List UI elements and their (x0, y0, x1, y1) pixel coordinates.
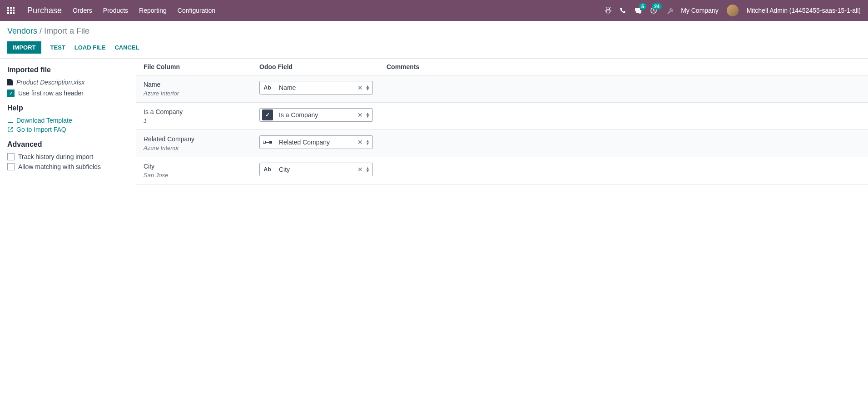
content-area: File Column Odoo Field Comments Name Azu… (136, 59, 868, 377)
select-controls: ✕ ▲▼ (355, 136, 372, 149)
spinner-icon[interactable]: ▲▼ (366, 139, 370, 145)
clear-icon[interactable]: ✕ (357, 111, 363, 119)
nav-products[interactable]: Products (103, 7, 128, 14)
download-template-label: Download Template (16, 117, 72, 124)
test-button[interactable]: TEST (50, 44, 65, 51)
field-cell: Ab City ✕ ▲▼ (259, 163, 387, 176)
user-avatar[interactable] (727, 5, 739, 16)
use-header-checkbox[interactable]: ✓ (7, 90, 15, 97)
column-preview: Azure Interior (144, 144, 259, 151)
field-value: Is a Company (275, 109, 355, 121)
download-icon (7, 117, 14, 124)
nav-configuration[interactable]: Configuration (178, 7, 215, 14)
use-header-label: Use first row as header (18, 90, 84, 97)
import-faq-label: Go to Import FAQ (16, 126, 66, 133)
main-area: Imported file Product Description.xlsx ✓… (0, 59, 868, 377)
breadcrumb-current: Import a File (44, 26, 89, 35)
file-column-cell: Related Company Azure Interior (144, 135, 259, 151)
track-history-label: Track history during import (18, 153, 93, 160)
breadcrumb-parent[interactable]: Vendors (7, 26, 37, 35)
table-row: Related Company Azure Interior Related C… (136, 130, 868, 157)
imported-file-title: Imported file (7, 66, 129, 74)
bool-type-wrap: ✓ (260, 109, 275, 121)
use-header-row[interactable]: ✓ Use first row as header (7, 90, 129, 97)
tools-icon[interactable] (665, 7, 673, 14)
nav-orders[interactable]: Orders (73, 7, 92, 14)
field-value: Name (275, 81, 355, 94)
apps-icon[interactable] (7, 7, 15, 14)
header-comments: Comments (387, 63, 861, 70)
text-type-icon: Ab (260, 81, 275, 94)
track-history-row[interactable]: Track history during import (7, 153, 129, 160)
bug-icon[interactable] (605, 7, 612, 14)
relation-type-icon (260, 136, 275, 149)
activity-icon[interactable]: 24 (650, 7, 657, 14)
messages-icon[interactable]: 5 (635, 7, 642, 14)
text-type-icon: Ab (260, 163, 275, 176)
load-file-button[interactable]: LOAD FILE (74, 44, 106, 51)
table-row: Name Azure Interior Ab Name ✕ ▲▼ (136, 75, 868, 103)
table-row: City San Jose Ab City ✕ ▲▼ (136, 157, 868, 184)
select-controls: ✕ ▲▼ (355, 163, 372, 176)
checkbox-type-icon: ✓ (262, 109, 273, 120)
field-cell: ✓ Is a Company ✕ ▲▼ (259, 108, 387, 122)
field-select[interactable]: Ab Name ✕ ▲▼ (259, 81, 373, 95)
field-value: Related Company (275, 136, 355, 149)
company-name[interactable]: My Company (681, 7, 718, 14)
spinner-icon[interactable]: ▲▼ (366, 112, 370, 118)
file-name: Product Description.xlsx (16, 79, 84, 86)
nav-reporting[interactable]: Reporting (139, 7, 167, 14)
activity-badge: 24 (652, 3, 662, 10)
file-row: Product Description.xlsx (7, 79, 129, 86)
advanced-title: Advanced (7, 140, 129, 149)
spinner-icon[interactable]: ▲▼ (366, 85, 370, 90)
help-title: Help (7, 104, 129, 112)
phone-icon[interactable] (620, 7, 626, 14)
allow-subfields-checkbox[interactable] (7, 163, 15, 170)
column-name: City (144, 163, 259, 170)
field-select[interactable]: Ab City ✕ ▲▼ (259, 163, 373, 176)
column-name: Is a Company (144, 108, 259, 115)
import-faq-link[interactable]: Go to Import FAQ (7, 126, 129, 133)
allow-subfields-row[interactable]: Allow matching with subfields (7, 163, 129, 170)
select-controls: ✕ ▲▼ (355, 81, 372, 94)
select-controls: ✕ ▲▼ (355, 109, 372, 121)
header-file-column: File Column (144, 63, 259, 70)
top-navbar: Purchase Orders Products Reporting Confi… (0, 0, 868, 21)
messages-badge: 5 (639, 3, 646, 10)
clear-icon[interactable]: ✕ (357, 84, 363, 91)
import-button[interactable]: IMPORT (7, 41, 41, 54)
column-name: Name (144, 81, 259, 88)
table-row: Is a Company 1 ✓ Is a Company ✕ ▲▼ (136, 103, 868, 130)
field-select[interactable]: Related Company ✕ ▲▼ (259, 135, 373, 149)
clear-icon[interactable]: ✕ (357, 166, 363, 173)
clear-icon[interactable]: ✕ (357, 139, 363, 146)
user-name[interactable]: Mitchell Admin (14452455-saas-15-1-all) (747, 7, 861, 14)
column-preview: Azure Interior (144, 90, 259, 97)
column-preview: 1 (144, 117, 259, 124)
file-column-cell: Name Azure Interior (144, 81, 259, 97)
header-odoo-field: Odoo Field (259, 63, 387, 70)
download-template-link[interactable]: Download Template (7, 117, 129, 124)
cancel-button[interactable]: CANCEL (114, 44, 139, 51)
allow-subfields-label: Allow matching with subfields (18, 163, 101, 170)
action-bar: IMPORT TEST LOAD FILE CANCEL (7, 41, 861, 58)
spinner-icon[interactable]: ▲▼ (366, 167, 370, 172)
navbar-right: 5 24 My Company Mitchell Admin (14452455… (605, 5, 861, 16)
file-column-cell: City San Jose (144, 163, 259, 179)
app-brand[interactable]: Purchase (27, 6, 62, 15)
external-link-icon (7, 126, 14, 133)
control-panel: Vendors / Import a File IMPORT TEST LOAD… (0, 21, 868, 59)
track-history-checkbox[interactable] (7, 153, 15, 160)
field-value: City (275, 163, 355, 176)
field-cell: Ab Name ✕ ▲▼ (259, 81, 387, 95)
field-select[interactable]: ✓ Is a Company ✕ ▲▼ (259, 108, 373, 122)
file-icon (7, 79, 13, 85)
breadcrumb-sep: / (40, 26, 44, 35)
table-header: File Column Odoo Field Comments (136, 59, 868, 75)
column-preview: San Jose (144, 172, 259, 179)
sidebar: Imported file Product Description.xlsx ✓… (0, 59, 136, 377)
file-column-cell: Is a Company 1 (144, 108, 259, 124)
column-name: Related Company (144, 135, 259, 143)
navbar-left: Purchase Orders Products Reporting Confi… (7, 6, 215, 15)
